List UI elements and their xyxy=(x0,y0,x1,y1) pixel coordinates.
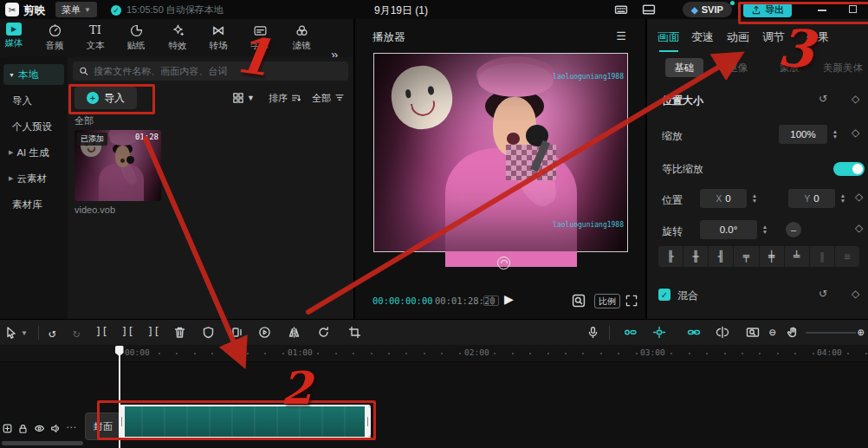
delete-trash-icon[interactable] xyxy=(173,326,186,339)
timeline-video-clip[interactable] xyxy=(119,405,371,438)
player-menu-icon[interactable]: ☰ xyxy=(616,29,626,42)
import-button[interactable]: + 导入 xyxy=(74,87,137,109)
main-track-magnet-icon[interactable] xyxy=(624,326,638,339)
inspector-tab-adjust[interactable]: 调节 xyxy=(762,29,785,45)
align-v-center-button[interactable]: ╪ xyxy=(760,246,785,267)
uniform-scale-toggle[interactable] xyxy=(833,162,865,176)
position-x-stepper[interactable]: ▲▼ xyxy=(749,189,760,208)
tab-audio[interactable]: 音频 xyxy=(37,23,72,52)
keyframe-diamond-icon[interactable]: ◇ xyxy=(855,191,863,203)
tab-media[interactable]: ▶ 媒体 xyxy=(0,23,31,49)
ratio-button[interactable]: 比例 xyxy=(594,294,620,308)
rotate-icon[interactable] xyxy=(317,326,330,339)
mask-shield-icon[interactable] xyxy=(202,326,215,339)
delete-left-button[interactable]: ][ xyxy=(121,326,133,338)
position-y-stepper[interactable]: ▲▼ xyxy=(838,189,848,208)
svip-button[interactable]: ◆ SVIP xyxy=(683,2,732,17)
menu-button[interactable]: 菜单 ▼ xyxy=(55,2,97,17)
crop-icon[interactable] xyxy=(348,326,361,339)
position-x-field[interactable]: X 0 xyxy=(700,189,747,208)
playhead[interactable] xyxy=(119,346,120,448)
sidebar-item-import[interactable]: 导入 xyxy=(3,90,64,111)
track-mute-speaker-icon[interactable] xyxy=(50,423,62,434)
filter-all-button[interactable]: 全部 xyxy=(312,88,345,107)
sidebar-item-presets[interactable]: 个人预设 xyxy=(3,116,64,137)
tab-transition[interactable]: ⋈ 转场 xyxy=(201,23,236,52)
freeze-frame-icon[interactable] xyxy=(229,326,243,339)
redo-button[interactable]: ↻ xyxy=(73,326,80,340)
preview-axis-icon[interactable] xyxy=(716,326,729,339)
tab-text[interactable]: TI 文本 xyxy=(78,23,113,52)
track-more-icon[interactable]: ⋯ xyxy=(66,421,76,433)
align-top-button[interactable]: ╤ xyxy=(734,246,759,267)
align-right-button[interactable]: ╢ xyxy=(709,246,734,267)
subtab-mask[interactable]: 蒙版 xyxy=(780,62,800,75)
global-preview-icon[interactable] xyxy=(746,326,760,339)
sidebar-item-local[interactable]: ▼ 本地 xyxy=(3,64,64,85)
delete-right-button[interactable]: ][ xyxy=(147,326,159,338)
track-visibility-eye-icon[interactable] xyxy=(34,423,45,434)
split-button[interactable]: ][ xyxy=(95,326,107,338)
auto-snap-icon[interactable] xyxy=(652,326,666,339)
scale-value-field[interactable]: 100% xyxy=(779,125,827,144)
sort-button[interactable]: 排序 xyxy=(269,88,301,107)
media-clip-thumbnail[interactable]: 已添加 01:28 xyxy=(74,130,161,201)
play-button[interactable]: ▶ xyxy=(504,292,514,306)
track-lock-icon[interactable] xyxy=(17,423,29,434)
sidebar-item-cloud[interactable]: ▶ 云素材 xyxy=(3,168,64,189)
clip-right-handle[interactable] xyxy=(365,406,371,437)
keyframe-diamond-icon[interactable]: ◇ xyxy=(852,93,859,105)
select-cursor-icon[interactable] xyxy=(5,326,18,339)
frame-preview-icon[interactable] xyxy=(483,295,499,306)
inspector-tab-effects[interactable]: 效果 xyxy=(806,29,829,45)
maximize-icon[interactable] xyxy=(849,5,857,13)
search-bar[interactable] xyxy=(73,62,348,81)
minimize-icon[interactable] xyxy=(818,10,826,11)
rotate-stepper[interactable]: ▲▼ xyxy=(760,220,770,239)
reverse-play-icon[interactable] xyxy=(258,326,271,339)
subtab-basic[interactable]: 基础 xyxy=(665,58,703,77)
blend-checkbox[interactable]: ✓ xyxy=(658,289,670,301)
mirror-flip-icon[interactable] xyxy=(288,326,301,339)
reset-icon[interactable]: ↺ xyxy=(819,93,827,105)
layout-panels-icon[interactable] xyxy=(642,3,656,16)
export-button[interactable]: 导出 xyxy=(743,3,792,17)
horizontal-scrollbar[interactable] xyxy=(2,441,83,445)
sidebar-item-ai-generate[interactable]: ▶ AI 生成 xyxy=(3,142,64,163)
inspector-tab-speed[interactable]: 变速 xyxy=(691,29,714,45)
timeline-ruler[interactable]: 00:00 01:00 02:00 03:00 04:00 xyxy=(0,345,868,362)
inspector-tab-animation[interactable]: 动画 xyxy=(727,29,749,45)
cursor-dropdown-icon[interactable]: ▼ xyxy=(21,329,28,337)
keyframe-diamond-icon[interactable]: ◇ xyxy=(852,127,859,139)
inspector-tab-picture[interactable]: 画面 xyxy=(657,29,680,45)
rotate-value-field[interactable]: 0.0° xyxy=(700,220,757,239)
record-mic-icon[interactable] xyxy=(586,326,599,339)
zoom-out-icon[interactable]: ⊖ xyxy=(769,326,776,339)
tab-filter[interactable]: 滤镜 xyxy=(284,23,319,52)
subtab-cutout[interactable]: 抠像 xyxy=(728,62,748,75)
sidebar-item-library[interactable]: 素材库 xyxy=(3,194,64,215)
reset-icon[interactable]: ↺ xyxy=(819,288,827,300)
align-left-button[interactable]: ╟ xyxy=(658,246,683,267)
zoom-in-icon[interactable]: ⊕ xyxy=(858,326,865,339)
preview-zoom-icon[interactable] xyxy=(572,294,586,308)
distribute-v-button[interactable]: ≡ xyxy=(835,246,859,267)
zoom-slider[interactable] xyxy=(806,332,856,334)
align-bottom-button[interactable]: ╧ xyxy=(785,246,810,267)
tab-sticker[interactable]: 贴纸 xyxy=(119,23,153,52)
keyframe-diamond-icon[interactable]: ◇ xyxy=(855,222,863,234)
align-h-center-button[interactable]: ╫ xyxy=(683,246,709,267)
distribute-h-button[interactable]: ∥ xyxy=(810,246,835,267)
undo-button[interactable]: ↺ xyxy=(49,326,55,340)
rotate-minus-button[interactable]: – xyxy=(786,222,801,237)
cover-button[interactable]: 封面 xyxy=(85,412,121,440)
position-y-field[interactable]: Y 0 xyxy=(788,189,835,208)
subtab-beauty[interactable]: 美颜美体 xyxy=(823,62,863,75)
tab-subtitle[interactable]: 字幕 xyxy=(243,23,277,52)
link-clips-icon[interactable] xyxy=(687,326,701,339)
shortcut-keyboard-icon[interactable] xyxy=(614,3,628,16)
scale-stepper[interactable]: ▲▼ xyxy=(830,125,840,144)
view-mode-button[interactable]: ▼ xyxy=(232,88,255,107)
fullscreen-icon[interactable] xyxy=(625,295,638,307)
search-input[interactable] xyxy=(94,66,342,76)
